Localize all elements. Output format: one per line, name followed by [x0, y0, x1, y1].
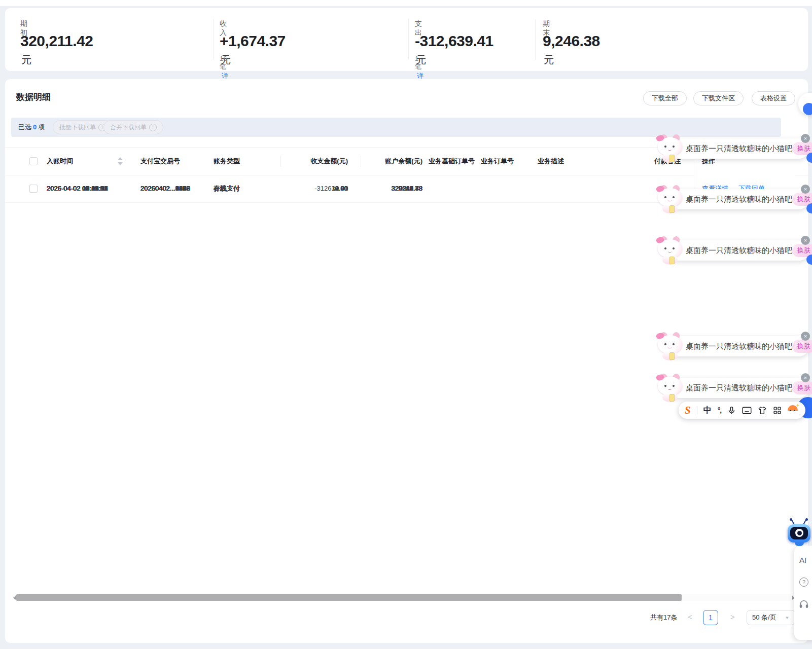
floating-blue-dot [806, 153, 812, 163]
sort-icon[interactable] [118, 156, 123, 166]
headphones-icon[interactable] [799, 600, 808, 610]
cell-type: 在线支付 [214, 174, 240, 202]
desktop-pet-ad: 桌面养一只清透软糖味的小猫吧 换肤 × [656, 373, 812, 404]
cat-sticker [656, 133, 685, 164]
row-checkbox[interactable] [29, 185, 38, 193]
column-header-time[interactable]: 入账时间 [47, 148, 73, 175]
top-strip [0, 0, 812, 6]
cat-sticker [656, 373, 685, 403]
cell-time: 2026-04-02 01:11:52 [47, 174, 108, 202]
summary-value: 320,211.42元 [20, 32, 93, 67]
assistant-side-panel: AI ? [794, 546, 812, 640]
page-size-select[interactable]: 50 条/页▼ [747, 610, 795, 625]
ime-lang-toggle[interactable]: 中 [703, 405, 712, 416]
apps-grid-icon[interactable] [773, 406, 782, 415]
pagination-total: 共有17条 [650, 610, 677, 625]
ai-robot-mascot[interactable] [786, 518, 812, 548]
pet-ad-text: 桌面养一只清透软糖味的小猫吧 [686, 342, 792, 351]
cat-sticker [656, 184, 685, 214]
pet-ad-pill[interactable]: 桌面养一只清透软糖味的小猫吧 换肤 [668, 189, 809, 209]
desktop-pet-ad: 桌面养一只清透软糖味的小猫吧 换肤 × [656, 235, 812, 267]
selected-count: 已选0项 [18, 118, 45, 137]
pet-ad-text: 桌面养一只清透软糖味的小猫吧 [686, 195, 792, 204]
ime-punctuation-toggle[interactable]: °, [718, 406, 722, 414]
cell-balance: 320211.43 [355, 174, 422, 202]
pet-ad-text: 桌面养一只清透软糖味的小猫吧 [686, 144, 792, 154]
cell-txn: 20260402...4882 [140, 174, 190, 202]
merge-download-button[interactable]: 合并下载回单i [103, 120, 163, 134]
microphone-icon[interactable] [727, 406, 736, 415]
cat-sticker [656, 235, 685, 266]
floating-blue-dot [803, 103, 812, 115]
next-page-button[interactable]: > [730, 610, 735, 625]
column-header-txn: 支付宝交易号 [140, 148, 180, 175]
summary-value: +1,674.37元 [220, 32, 286, 67]
pet-ad-pill[interactable]: 桌面养一只清透软糖味的小猫吧 换肤 [668, 240, 809, 261]
info-icon: i [149, 124, 157, 131]
table-settings-button[interactable]: 表格设置 [752, 91, 795, 105]
column-header-type: 账务类型 [214, 148, 240, 175]
pet-ad-pill[interactable]: 桌面养一只清透软糖味的小猫吧 换肤 [668, 378, 809, 398]
close-icon[interactable]: × [801, 236, 810, 245]
divider [535, 19, 536, 60]
page-number-button[interactable]: 1 [703, 610, 718, 625]
desktop-pet-ad: 桌面养一只清透软糖味的小猫吧 换肤 × [656, 184, 812, 215]
ime-toolbar[interactable]: S 中 °, ✦ [679, 402, 805, 419]
page: 期初 320,211.42元 收入 +1,674.37元 16笔详细 支出 -3… [0, 0, 812, 649]
skin-tshirt-icon[interactable] [758, 406, 767, 415]
horizontal-scrollbar[interactable] [12, 594, 795, 601]
summary-value: -312,639.41元 [415, 32, 493, 67]
floating-blue-dot [806, 203, 812, 213]
floating-blue-dot [806, 255, 812, 265]
pet-ad-text: 桌面养一只清透软糖味的小猫吧 [686, 383, 792, 393]
cat-sticker [656, 331, 685, 362]
close-icon[interactable]: × [801, 332, 810, 341]
desktop-pet-ad: 桌面养一只清透软糖味的小猫吧 换肤 × [656, 133, 812, 165]
scroll-left-arrow[interactable] [12, 594, 16, 601]
select-all-checkbox-cell [29, 148, 38, 175]
help-icon[interactable]: ? [799, 578, 808, 587]
close-icon[interactable]: × [801, 373, 810, 382]
sogou-logo[interactable]: S [685, 404, 691, 417]
ai-assistant-button[interactable]: AI [799, 556, 806, 564]
row-checkbox-cell [29, 174, 38, 202]
prev-page-button[interactable]: < [688, 610, 692, 625]
divider [697, 406, 697, 414]
chevron-down-icon: ▼ [785, 616, 790, 620]
column-header-base-order: 业务基础订单号 [429, 148, 475, 175]
desktop-pet-ad: 桌面养一只清透软糖味的小猫吧 换肤 × [656, 331, 812, 363]
divider [213, 19, 214, 60]
column-header-amount: 收支金额(元) [269, 148, 348, 175]
select-all-checkbox[interactable] [29, 157, 38, 165]
change-skin-button[interactable]: 换肤 [792, 381, 812, 394]
divider [408, 19, 409, 60]
close-icon[interactable]: × [801, 134, 810, 143]
column-header-balance: 账户余额(元) [355, 148, 422, 175]
change-skin-button[interactable]: 换肤 [792, 340, 812, 353]
pet-ad-pill[interactable]: 桌面养一只清透软糖味的小猫吧 换肤 [668, 336, 809, 356]
scrollbar-rail[interactable] [16, 594, 791, 601]
column-header-desc: 业务描述 [538, 148, 564, 175]
fox-assistant-icon[interactable]: ✦ [788, 405, 798, 415]
download-all-button[interactable]: 下载全部 [643, 91, 687, 105]
column-header-order: 业务订单号 [481, 148, 514, 175]
close-icon[interactable]: × [801, 185, 810, 194]
pet-ad-text: 桌面养一只清透软糖味的小猫吧 [686, 246, 792, 256]
page-title: 数据明细 [16, 91, 51, 103]
scrollbar-thumb[interactable] [16, 594, 682, 601]
sparkle-icon: ✦ [796, 403, 800, 408]
summary-card: 期初 320,211.42元 收入 +1,674.37元 16笔详细 支出 -3… [5, 8, 808, 71]
keyboard-icon[interactable] [742, 406, 752, 415]
pet-ad-pill[interactable]: 桌面养一只清透软糖味的小猫吧 换肤 [668, 138, 809, 159]
cell-amount: 0.01 [269, 174, 348, 202]
summary-value: 9,246.38元 [543, 32, 600, 67]
download-zone-button[interactable]: 下载文件区 [693, 91, 744, 105]
